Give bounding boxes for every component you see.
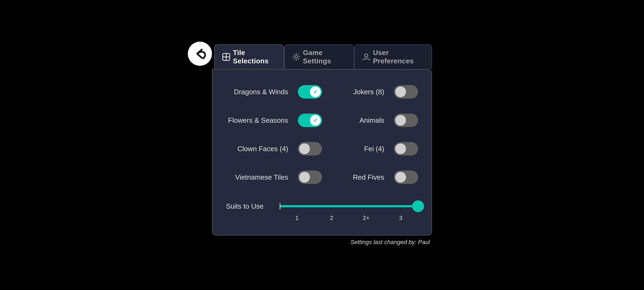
- svg-point-4: [365, 54, 368, 57]
- svg-point-3: [295, 56, 298, 58]
- toggle-circle: ✓: [310, 86, 321, 97]
- red-fives-toggle[interactable]: [394, 171, 418, 184]
- tab-tile-selections-label: Tile Selections: [233, 49, 276, 65]
- animals-toggle[interactable]: [394, 114, 418, 127]
- checkmark-icon: ✓: [313, 117, 318, 124]
- tab-user-preferences-label: User Preferences: [373, 49, 424, 65]
- clown-faces-toggle[interactable]: [298, 142, 322, 155]
- setting-flowers-seasons: Flowers & Seasons ✓: [226, 109, 322, 132]
- red-fives-label: Red Fives: [322, 173, 389, 182]
- toggle-circle: [395, 86, 406, 97]
- tab-tile-selections[interactable]: Tile Selections: [214, 44, 284, 69]
- suits-slider-section: Suits to Use 1 2 2+ 3: [226, 200, 418, 222]
- suits-to-use-label: Suits to Use: [226, 202, 274, 211]
- suits-slider-thumb[interactable]: [412, 200, 424, 212]
- setting-clown-faces: Clown Faces (4): [226, 137, 322, 160]
- vietnamese-tiles-label: Vietnamese Tiles: [226, 173, 292, 182]
- tab-bar: Tile Selections Game Settings User Prefe…: [214, 44, 432, 69]
- toggle-circle: [395, 172, 406, 183]
- setting-vietnamese-tiles: Vietnamese Tiles: [226, 166, 322, 189]
- tick-2: 2: [314, 215, 349, 222]
- setting-jokers: Jokers (8): [322, 80, 418, 103]
- tick-1: 1: [280, 215, 314, 222]
- jokers-label: Jokers (8): [322, 88, 389, 96]
- setting-animals: Animals: [322, 109, 418, 132]
- toggle-circle: [395, 115, 406, 126]
- jokers-toggle[interactable]: [394, 85, 418, 99]
- tab-game-settings-label: Game Settings: [303, 49, 346, 65]
- tile-selections-icon: [222, 53, 230, 61]
- toggle-circle: ✓: [310, 115, 321, 126]
- dragons-winds-toggle[interactable]: ✓: [298, 85, 322, 99]
- animals-label: Animals: [322, 116, 389, 125]
- tick-2plus: 2+: [349, 215, 383, 222]
- slider-ticks: 1 2 2+ 3: [280, 215, 418, 222]
- back-button[interactable]: [188, 42, 212, 66]
- user-preferences-icon: [362, 53, 370, 61]
- toggle-circle: [299, 143, 310, 154]
- fei-toggle[interactable]: [394, 142, 418, 155]
- setting-fei: Fei (4): [322, 137, 418, 160]
- dragons-winds-label: Dragons & Winds: [226, 88, 292, 96]
- flowers-seasons-toggle[interactable]: ✓: [298, 114, 322, 127]
- game-settings-icon: [292, 53, 300, 61]
- toggle-circle: [299, 172, 310, 183]
- footer-text: Settings last changed by: Paul: [212, 239, 432, 246]
- checkmark-icon: ✓: [313, 89, 318, 95]
- suits-slider-track-container: [280, 200, 418, 213]
- flowers-seasons-label: Flowers & Seasons: [226, 116, 292, 125]
- setting-dragons-winds: Dragons & Winds ✓: [226, 80, 322, 103]
- main-panel: Dragons & Winds ✓ Jokers (8) Flowers & S…: [212, 69, 432, 235]
- vietnamese-tiles-toggle[interactable]: [298, 171, 322, 184]
- tick-3: 3: [383, 215, 418, 222]
- tab-user-preferences[interactable]: User Preferences: [354, 44, 432, 69]
- settings-grid: Dragons & Winds ✓ Jokers (8) Flowers & S…: [226, 80, 418, 189]
- tab-game-settings[interactable]: Game Settings: [284, 44, 354, 69]
- toggle-circle: [395, 143, 406, 154]
- setting-red-fives: Red Fives: [322, 166, 418, 189]
- clown-faces-label: Clown Faces (4): [226, 145, 292, 153]
- fei-label: Fei (4): [322, 145, 389, 153]
